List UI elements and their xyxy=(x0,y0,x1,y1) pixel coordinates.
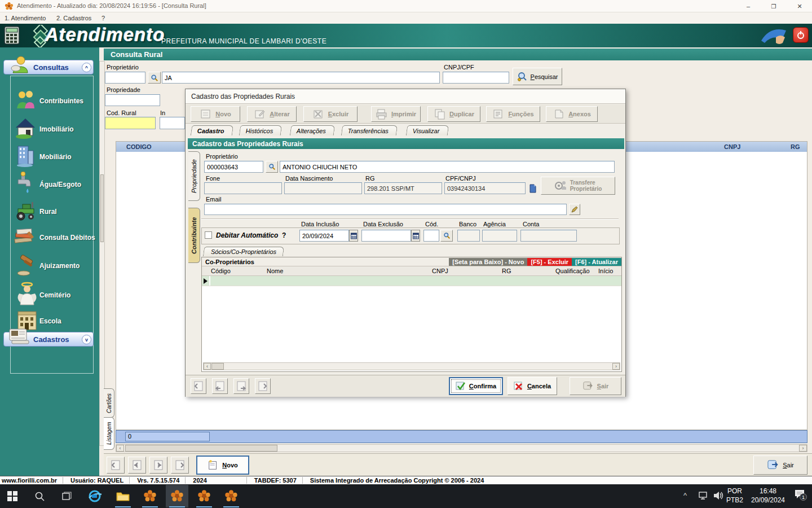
taskbar-ie-button[interactable] xyxy=(83,485,106,507)
taskbar-app3-button[interactable] xyxy=(193,485,215,507)
cod-input[interactable] xyxy=(423,230,439,242)
start-button[interactable] xyxy=(1,485,24,507)
main-sair-button[interactable]: Sair xyxy=(753,456,807,475)
debitar-checkbox[interactable] xyxy=(205,231,212,239)
cnpj-input[interactable] xyxy=(443,72,509,84)
toolbar-anexos-button[interactable]: Anexos xyxy=(546,106,598,122)
exclusao-input[interactable] xyxy=(361,230,411,242)
tray-chevron-up[interactable]: ^ xyxy=(683,491,687,500)
cod-rural-input[interactable] xyxy=(105,117,156,129)
chevron-down-icon[interactable]: v xyxy=(82,335,91,344)
conta-input[interactable] xyxy=(520,230,577,242)
fone-input[interactable] xyxy=(204,182,282,194)
sidebar-item-consulta-debitos[interactable]: Consulta Débitos xyxy=(12,229,96,252)
dialog-tab-alteracoes[interactable]: Alterações xyxy=(290,125,336,135)
taskbar-explorer-button[interactable] xyxy=(112,485,134,507)
grid-horizontal-scrollbar[interactable]: ‹ › xyxy=(116,444,807,452)
inscricao-input[interactable] xyxy=(160,117,185,129)
sidebar-item-cemiterio[interactable]: Cemitério xyxy=(15,283,94,309)
dlg-nav-next-button[interactable] xyxy=(233,378,249,394)
agencia-input[interactable] xyxy=(482,230,517,242)
dlg-nav-first-button[interactable] xyxy=(191,378,206,394)
inclusao-input[interactable] xyxy=(299,230,349,242)
taskbar-app1-button[interactable] xyxy=(139,485,161,507)
nav-first-button[interactable] xyxy=(107,457,125,474)
dlg-proprietario-search-button[interactable] xyxy=(266,161,278,173)
cancela-button[interactable]: Cancela xyxy=(508,377,557,395)
nav-prev-button[interactable] xyxy=(128,457,146,474)
cod-search-button[interactable] xyxy=(440,230,453,242)
close-button[interactable]: ✕ xyxy=(787,0,812,12)
toolbar-imprimir-button[interactable]: Imprimir xyxy=(371,106,421,122)
toolbar-duplicar-button[interactable]: Duplicar xyxy=(427,106,480,122)
exclusao-calendar-button[interactable] xyxy=(411,230,420,242)
sidebar-item-mobiliario[interactable]: Mobiliário xyxy=(15,147,94,170)
dlg-proprietario-code-input[interactable] xyxy=(204,161,263,173)
sidebar-item-ajuizamento[interactable]: Ajuizamento xyxy=(15,255,94,280)
dialog-tab-visualizar[interactable]: Visualizar xyxy=(406,125,449,135)
menu-item-cadastros[interactable]: 2. Cadastros xyxy=(56,15,91,21)
transfere-proprietario-button[interactable]: Transfere Proprietário xyxy=(541,177,615,195)
tab-cartoes[interactable]: Cartões xyxy=(104,388,114,418)
dialog-tab-transferencias[interactable]: Transferências xyxy=(341,125,398,135)
banco-input[interactable] xyxy=(457,230,480,242)
task-view-button[interactable] xyxy=(55,485,78,507)
sidebar-item-contribuintes[interactable]: Contribuintes xyxy=(15,93,94,115)
toolbar-novo-button[interactable]: Novo xyxy=(191,106,240,122)
scroll-right-icon[interactable]: › xyxy=(612,363,620,370)
speaker-icon[interactable] xyxy=(713,491,724,501)
menu-item-help[interactable]: ? xyxy=(102,15,105,21)
proprietario-name-input[interactable] xyxy=(162,72,440,84)
dialog-tab-contribuinte[interactable]: Contribuinte xyxy=(188,208,200,263)
cpf-input[interactable] xyxy=(444,182,526,194)
dlg-nav-prev-button[interactable] xyxy=(212,378,228,394)
scroll-left-icon[interactable]: ‹ xyxy=(116,445,124,452)
dlg-proprietario-name-input[interactable] xyxy=(280,161,615,173)
taskbar-app4-button[interactable] xyxy=(220,485,242,507)
pesquisar-button[interactable]: Pesquisar xyxy=(513,68,562,85)
sidebar-section-consultas[interactable]: Consultas ^ xyxy=(3,60,94,75)
coprops-empty-row[interactable] xyxy=(202,276,621,286)
menu-item-atendimento[interactable]: 1. Atendimento xyxy=(5,15,46,21)
inclusao-calendar-button[interactable] xyxy=(349,230,358,242)
novo-button[interactable]: Novo xyxy=(196,456,249,475)
power-exit-button[interactable] xyxy=(793,27,809,43)
nascimento-input[interactable] xyxy=(284,182,362,194)
maximize-button[interactable]: ❐ xyxy=(761,0,786,12)
proprietario-code-input[interactable] xyxy=(105,72,145,84)
toolbar-excluir-button[interactable]: Excluir xyxy=(303,106,358,122)
dlg-nav-last-button[interactable] xyxy=(255,378,271,394)
toolbar-alterar-button[interactable]: Alterar xyxy=(247,106,297,122)
toolbar-funcoes-button[interactable]: Funções xyxy=(486,106,540,122)
dialog-tab-propriedade[interactable]: Propriedade xyxy=(188,151,200,201)
rg-input[interactable] xyxy=(364,182,442,194)
notification-center-button[interactable]: 1 xyxy=(794,489,809,502)
dlg-sair-button[interactable]: Sair xyxy=(570,377,621,395)
scroll-right-icon[interactable]: › xyxy=(799,445,807,452)
dialog-tab-historicos[interactable]: Históricos xyxy=(239,125,283,135)
sidebar-item-rural[interactable]: Rural xyxy=(15,203,94,226)
chevron-up-icon[interactable]: ^ xyxy=(82,63,91,72)
email-input[interactable] xyxy=(204,204,567,215)
dialog-tab-cadastro[interactable]: Cadastro xyxy=(191,125,233,135)
confirma-button[interactable]: Confirma xyxy=(449,377,503,395)
taskbar-app2-button-active[interactable] xyxy=(166,485,188,507)
tab-socios-coproprietarios[interactable]: Sócios/Co-Proprietários xyxy=(203,247,285,256)
email-edit-button[interactable] xyxy=(569,204,580,215)
sidebar-section-cadastros[interactable]: Cadastros v xyxy=(3,332,94,347)
cpf-info-button[interactable] xyxy=(527,182,539,194)
taskbar-search-button[interactable] xyxy=(28,485,51,507)
coprops-horizontal-scrollbar[interactable]: ‹ › xyxy=(203,362,620,370)
minimize-button[interactable]: – xyxy=(736,0,761,12)
sidebar-item-agua-esgoto[interactable]: Água/Esgoto xyxy=(15,175,94,198)
propriedade-input[interactable] xyxy=(105,94,160,106)
network-icon[interactable] xyxy=(698,491,709,500)
tray-clock[interactable]: 16:48 20/09/2024 xyxy=(745,487,791,505)
sidebar-item-imobiliario[interactable]: Imobiliário xyxy=(15,120,94,142)
nav-last-button[interactable] xyxy=(171,457,189,474)
nav-next-button[interactable] xyxy=(149,457,167,474)
tray-language[interactable]: POR PTB2 xyxy=(726,487,743,505)
tab-listagem[interactable]: Listagem xyxy=(104,417,114,450)
scroll-left-icon[interactable]: ‹ xyxy=(204,363,211,370)
proprietario-search-button[interactable] xyxy=(148,72,161,84)
